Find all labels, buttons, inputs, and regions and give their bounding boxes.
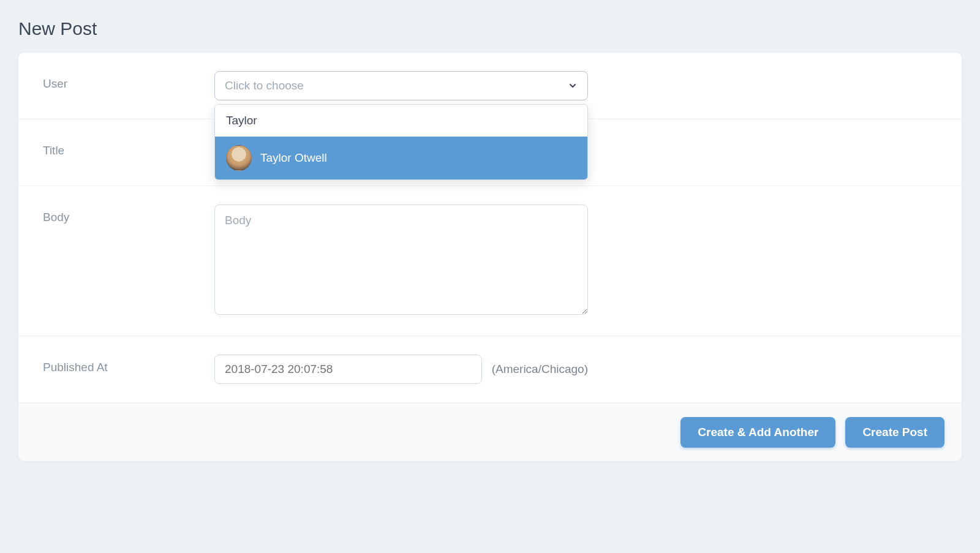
body-textarea[interactable] (214, 205, 588, 315)
timezone-text: (America/Chicago) (492, 363, 588, 376)
title-label: Title (43, 138, 214, 157)
form-row-body: Body (18, 186, 962, 336)
form-row-published-at: Published At (America/Chicago) (18, 336, 962, 403)
user-dropdown: Taylor Otwell (214, 104, 588, 180)
published-at-label: Published At (43, 355, 214, 374)
create-add-another-button[interactable]: Create & Add Another (680, 417, 835, 448)
user-select[interactable]: Click to choose (214, 71, 588, 100)
user-label: User (43, 71, 214, 91)
user-search-input[interactable] (215, 105, 587, 137)
page-title: New Post (18, 18, 962, 39)
user-option[interactable]: Taylor Otwell (215, 137, 587, 179)
user-option-name: Taylor Otwell (260, 151, 327, 165)
published-at-field: (America/Chicago) (214, 355, 588, 384)
chevron-down-icon (568, 81, 578, 91)
body-field (214, 205, 588, 317)
published-at-input[interactable] (214, 355, 482, 384)
body-label: Body (43, 205, 214, 224)
form-footer: Create & Add Another Create Post (18, 403, 962, 461)
user-field: Click to choose Taylor Otwell (214, 71, 588, 100)
form-card: User Click to choose Taylor Otwell Title (18, 53, 962, 461)
avatar (226, 145, 252, 171)
create-post-button[interactable]: Create Post (845, 417, 944, 448)
form-row-user: User Click to choose Taylor Otwell (18, 53, 962, 119)
user-select-placeholder: Click to choose (225, 79, 304, 92)
